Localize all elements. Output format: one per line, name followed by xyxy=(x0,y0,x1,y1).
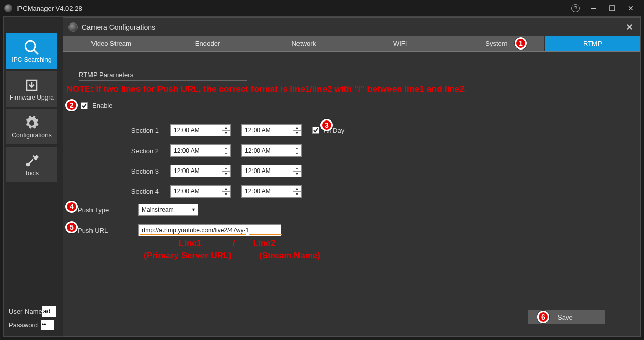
camera-icon xyxy=(68,22,78,32)
tools-icon xyxy=(24,152,39,169)
section-1-to-spinner[interactable]: 12:00 AM▲▼ xyxy=(241,124,302,136)
time-value: 12:00 AM xyxy=(171,127,222,134)
annotation-labels: Line1 / Line2 (Primary Server URL) (Stre… xyxy=(129,238,333,261)
spinner-up-icon[interactable]: ▲ xyxy=(222,186,230,192)
maximize-button[interactable] xyxy=(603,2,622,14)
titlebar: IPCManager V4.02.28 ? ─ ✕ xyxy=(0,0,644,16)
push-type-value: Mainstream xyxy=(139,206,189,213)
time-value: 12:00 AM xyxy=(242,188,293,195)
spinner-down-icon[interactable]: ▼ xyxy=(222,172,230,177)
annotation-marker-2: 2 xyxy=(65,99,78,111)
tab-rtmp[interactable]: RTMP xyxy=(545,36,640,51)
app-icon xyxy=(4,4,12,12)
sidebar-item-label: Tools xyxy=(6,169,57,177)
svg-rect-0 xyxy=(610,6,615,11)
close-button[interactable]: ✕ xyxy=(622,2,640,14)
spinner-down-icon[interactable]: ▼ xyxy=(222,131,230,136)
sidebar-item-firmware-upgrade[interactable]: Firmware Upgra xyxy=(6,71,57,107)
help-button[interactable]: ? xyxy=(566,2,585,14)
dialog-close-button[interactable]: ✕ xyxy=(623,21,635,33)
sidebar-item-configurations[interactable]: Configurations xyxy=(6,109,57,144)
rtmp-params-label: RTMP Parameters xyxy=(79,71,133,79)
help-icon: ? xyxy=(571,4,580,12)
time-value: 12:00 AM xyxy=(242,147,293,154)
minimize-button[interactable]: ─ xyxy=(585,2,603,14)
spinner-up-icon[interactable]: ▲ xyxy=(293,186,301,192)
divider xyxy=(79,80,247,81)
password-label: Password xyxy=(9,321,38,329)
spinner-up-icon[interactable]: ▲ xyxy=(293,145,301,151)
spinner-down-icon[interactable]: ▼ xyxy=(293,131,301,136)
sidebar-item-label: IPC Searching xyxy=(6,56,57,63)
search-icon xyxy=(23,39,40,56)
spinner-up-icon[interactable]: ▲ xyxy=(222,145,230,151)
spinner-down-icon[interactable]: ▼ xyxy=(293,172,301,177)
push-type-select[interactable]: Mainstream ▼ xyxy=(138,204,198,216)
sidebar-item-label: Configurations xyxy=(6,132,57,139)
section-2-from-spinner[interactable]: 12:00 AM▲▼ xyxy=(170,144,231,157)
sidebar-item-label: Firmware Upgra xyxy=(6,94,57,101)
app-title: IPCManager V4.02.28 xyxy=(16,5,566,12)
enable-label: Enable xyxy=(92,102,112,109)
sidebar-item-tools[interactable]: Tools xyxy=(6,147,57,182)
section-row: Section 412:00 AM▲▼12:00 AM▲▼ xyxy=(96,181,344,202)
tab-video-stream[interactable]: Video Stream xyxy=(63,36,159,51)
allday-checkbox[interactable] xyxy=(312,127,319,134)
push-type-label: Push Type xyxy=(78,206,138,214)
login-form: User Name Password xyxy=(9,305,56,331)
push-url-label: Push URL xyxy=(78,227,138,234)
sidebar: IPC Searching Firmware Upgra Configurati… xyxy=(4,17,59,336)
tab-system[interactable]: System xyxy=(448,36,544,51)
spinner-down-icon[interactable]: ▼ xyxy=(293,192,301,198)
section-3-to-spinner[interactable]: 12:00 AM▲▼ xyxy=(241,165,302,177)
dialog-title: Camera Configurations xyxy=(82,23,155,31)
spinner-down-icon[interactable]: ▼ xyxy=(222,151,230,157)
download-icon xyxy=(24,77,39,94)
section-row: Section 212:00 AM▲▼12:00 AM▲▼ xyxy=(96,140,344,161)
save-label: Save xyxy=(558,313,573,321)
spinner-up-icon[interactable]: ▲ xyxy=(293,125,301,131)
section-3-from-spinner[interactable]: 12:00 AM▲▼ xyxy=(170,165,231,177)
time-value: 12:00 AM xyxy=(242,127,293,134)
spinner-down-icon[interactable]: ▼ xyxy=(222,192,230,198)
section-1-from-spinner[interactable]: 12:00 AM▲▼ xyxy=(170,124,231,136)
annotation-marker-3: 3 xyxy=(320,119,333,131)
spinner-up-icon[interactable]: ▲ xyxy=(222,125,230,131)
chevron-down-icon: ▼ xyxy=(189,207,198,212)
gear-icon xyxy=(24,114,39,132)
section-label: Section 4 xyxy=(96,188,170,196)
annotation-marker-4: 4 xyxy=(65,201,78,213)
tab-bar: Video Stream Encoder Network WIFI System… xyxy=(63,36,640,52)
spinner-down-icon[interactable]: ▼ xyxy=(293,151,301,157)
section-2-to-spinner[interactable]: 12:00 AM▲▼ xyxy=(241,144,302,157)
section-4-to-spinner[interactable]: 12:00 AM▲▼ xyxy=(241,185,302,198)
annotation-marker-5: 5 xyxy=(65,221,78,233)
enable-checkbox[interactable] xyxy=(81,102,88,109)
time-value: 12:00 AM xyxy=(171,188,222,195)
spinner-up-icon[interactable]: ▲ xyxy=(293,165,301,172)
section-row: Section 112:00 AM▲▼12:00 AM▲▼All Day xyxy=(96,120,344,140)
section-label: Section 1 xyxy=(96,127,170,134)
tab-encoder[interactable]: Encoder xyxy=(159,36,255,51)
time-value: 12:00 AM xyxy=(171,147,222,154)
svg-line-2 xyxy=(34,50,38,54)
section-label: Section 3 xyxy=(96,167,170,175)
username-input[interactable] xyxy=(42,306,56,317)
tab-network[interactable]: Network xyxy=(256,36,352,51)
note-text: NOTE: If two lines for Push URL, the cor… xyxy=(66,84,467,94)
time-value: 12:00 AM xyxy=(242,167,293,175)
section-label: Section 2 xyxy=(96,147,170,155)
section-row: Section 312:00 AM▲▼12:00 AM▲▼ xyxy=(96,161,344,181)
time-value: 12:00 AM xyxy=(171,167,222,175)
sidebar-item-ipc-searching[interactable]: IPC Searching xyxy=(6,33,57,69)
annotation-marker-6: 6 xyxy=(537,311,549,323)
tab-wifi[interactable]: WIFI xyxy=(352,36,448,51)
svg-point-1 xyxy=(25,41,35,51)
camera-config-dialog: Camera Configurations ✕ Video Stream Enc… xyxy=(63,17,641,337)
password-input[interactable] xyxy=(41,320,54,330)
section-4-from-spinner[interactable]: 12:00 AM▲▼ xyxy=(170,185,231,198)
spinner-up-icon[interactable]: ▲ xyxy=(222,165,230,172)
username-label: User Name xyxy=(9,308,42,315)
annotation-marker-1: 1 xyxy=(515,37,527,50)
